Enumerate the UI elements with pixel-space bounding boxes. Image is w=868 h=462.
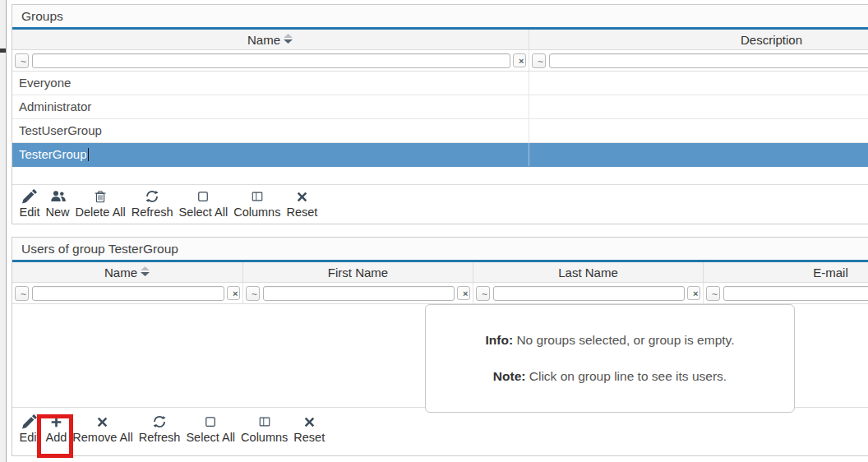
table-row-selected[interactable]: TesterGroup — [12, 143, 868, 167]
users-column-header-first-name[interactable]: First Name — [243, 262, 473, 282]
columns-icon — [250, 188, 265, 205]
groups-toolbar: Edit New Delete All Refresh Select All C… — [12, 184, 868, 224]
table-row[interactable]: Everyone — [12, 72, 868, 95]
groups-panel: Groups Name Description ~ × ~ — [12, 4, 868, 224]
filter-operator-button[interactable]: ~ — [532, 53, 546, 68]
annotation-highlight-add-button — [37, 414, 73, 458]
group-description-cell[interactable] — [529, 95, 868, 118]
filter-operator-button[interactable]: ~ — [15, 286, 29, 301]
info-label: Info: — [486, 333, 514, 347]
pencil-icon — [22, 413, 37, 430]
button-label: Columns — [233, 205, 280, 219]
info-box: Info: No groups selected, or group is em… — [425, 304, 795, 413]
column-label: Name — [247, 33, 280, 47]
columns-button[interactable]: Columns — [238, 413, 291, 445]
column-label: Name — [104, 266, 137, 280]
filter-operator-button[interactable]: ~ — [246, 286, 260, 301]
columns-icon — [257, 413, 272, 430]
button-label: Delete All — [76, 205, 126, 219]
users-panel: Users of group TesterGroup Name First Na… — [12, 237, 868, 456]
groups-table-empty-area — [12, 167, 868, 184]
groups-column-header-description[interactable]: Description — [529, 30, 868, 49]
button-label: Remove All — [72, 430, 132, 445]
groups-management-screen: Groups Name Description ~ × ~ — [0, 0, 868, 462]
users-header-row: Name First Name Last Name E-mail — [12, 262, 868, 283]
groups-header-row: Name Description — [12, 30, 868, 50]
button-label: Reset — [293, 430, 325, 445]
note-message: Note: Click on group line to see its use… — [493, 369, 727, 384]
users-column-header-email[interactable]: E-mail — [704, 262, 868, 282]
pencil-icon — [22, 188, 37, 205]
group-name-cell[interactable]: TesterGroup — [12, 143, 529, 166]
group-name-cell[interactable]: Administrator — [12, 95, 529, 118]
button-label: Select All — [186, 430, 235, 445]
checkbox-icon — [196, 188, 210, 205]
users-first-name-filter-input[interactable] — [263, 286, 455, 301]
table-row[interactable]: Administrator — [12, 95, 868, 119]
clear-filter-icon[interactable]: × — [687, 286, 700, 300]
table-row[interactable]: TestUserGroup — [12, 119, 868, 143]
users-email-filter-cell: ~ — [704, 283, 868, 303]
clear-filter-icon[interactable]: × — [513, 53, 526, 67]
left-panel-splitter[interactable] — [0, 0, 7, 462]
groups-name-filter-input[interactable] — [32, 53, 510, 68]
select-all-button[interactable]: Select All — [183, 413, 238, 445]
group-description-cell[interactable] — [529, 143, 868, 166]
sort-icon — [140, 266, 150, 280]
groups-description-filter-cell: ~ — [529, 50, 868, 71]
button-label: Columns — [241, 430, 288, 445]
column-label: Last Name — [558, 266, 618, 280]
users-column-header-name[interactable]: Name — [12, 262, 243, 282]
group-description-cell[interactable] — [529, 119, 868, 142]
users-panel-title: Users of group TesterGroup — [12, 238, 868, 260]
groups-column-header-name[interactable]: Name — [12, 30, 529, 49]
remove-all-button[interactable]: Remove All — [70, 413, 136, 445]
column-label: First Name — [328, 266, 388, 280]
users-toolbar: Edit Add Remove All Refresh Select All C… — [12, 407, 868, 455]
users-first-name-filter-cell: ~ × — [243, 283, 473, 303]
users-last-name-filter-cell: ~ × — [473, 283, 704, 303]
button-label: Edit — [20, 205, 40, 219]
column-label: Description — [741, 33, 802, 47]
note-text: Click on group line to see its users. — [525, 369, 727, 383]
refresh-button[interactable]: Refresh — [128, 188, 176, 219]
filter-operator-button[interactable]: ~ — [476, 286, 490, 301]
group-description-cell[interactable] — [529, 72, 868, 95]
delete-all-button[interactable]: Delete All — [72, 188, 128, 219]
users-name-filter-input[interactable] — [32, 286, 224, 301]
button-label: Reset — [286, 205, 317, 219]
users-email-filter-input[interactable] — [723, 286, 868, 301]
filter-operator-button[interactable]: ~ — [15, 53, 29, 68]
note-label: Note: — [493, 369, 526, 383]
column-label: E-mail — [813, 266, 848, 280]
new-button[interactable]: New — [43, 188, 72, 219]
button-label: New — [46, 205, 70, 219]
groups-filter-row: ~ × ~ — [12, 50, 868, 72]
info-text: No groups selected, or group is empty. — [513, 333, 734, 347]
select-all-button[interactable]: Select All — [176, 188, 231, 219]
groups-description-filter-input[interactable] — [549, 53, 868, 68]
clear-filter-icon[interactable]: × — [457, 286, 470, 300]
refresh-icon — [152, 413, 167, 430]
group-name-cell[interactable]: TestUserGroup — [12, 119, 529, 142]
button-label: Refresh — [132, 205, 173, 219]
button-label: Select All — [179, 205, 229, 219]
reset-button[interactable]: Reset — [291, 413, 328, 445]
x-icon — [296, 188, 308, 205]
edit-button[interactable]: Edit — [16, 188, 43, 219]
text-caret — [88, 148, 90, 161]
users-column-header-last-name[interactable]: Last Name — [473, 262, 704, 282]
columns-button[interactable]: Columns — [231, 188, 284, 219]
selected-group-name: TesterGroup — [19, 147, 87, 161]
users-last-name-filter-input[interactable] — [493, 286, 685, 301]
filter-operator-button[interactable]: ~ — [706, 286, 720, 301]
clear-filter-icon[interactable]: × — [227, 286, 240, 300]
group-name-cell[interactable]: Everyone — [12, 72, 529, 95]
groups-name-filter-cell: ~ × — [12, 50, 529, 71]
reset-button[interactable]: Reset — [284, 188, 321, 219]
sort-icon — [283, 33, 293, 47]
splitter-grip-icon[interactable] — [0, 49, 6, 53]
refresh-button[interactable]: Refresh — [136, 413, 183, 445]
users-filter-row: ~ × ~ × ~ × ~ — [12, 283, 868, 304]
trash-icon — [94, 188, 107, 205]
